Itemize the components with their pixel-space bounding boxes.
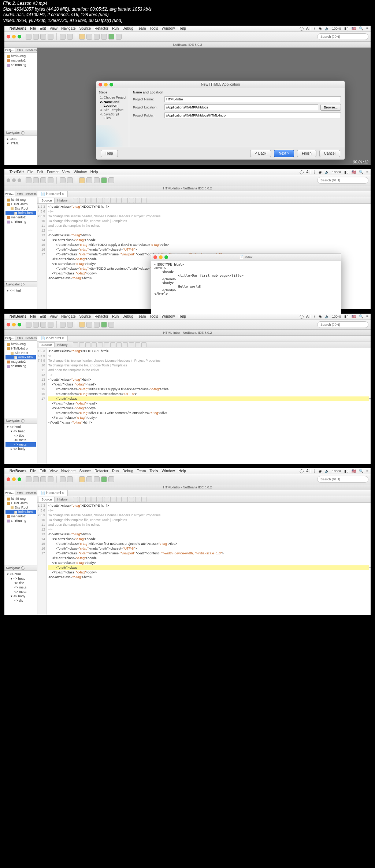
battery-icon[interactable]: ▮▯ — [344, 170, 349, 174]
dialog-title: New HTML5 Application — [96, 81, 345, 88]
wizard-form: Name and Location Project Name: Project … — [129, 88, 345, 147]
timestamp: 00:02:22 — [353, 304, 368, 309]
sidebar: Proj... Files Services html5-eng magento… — [4, 48, 37, 165]
tree-item[interactable]: magento2 — [5, 58, 36, 63]
clean-icon[interactable] — [101, 34, 107, 40]
flag-icon[interactable]: 🇺🇸 — [352, 26, 356, 30]
open-icon[interactable] — [40, 34, 46, 40]
wizard-steps: Steps Choose Project Name and Location S… — [96, 88, 129, 147]
undo-icon[interactable] — [60, 34, 66, 40]
new-file-icon[interactable] — [26, 34, 31, 40]
redo-icon[interactable] — [67, 34, 73, 40]
run-icon[interactable] — [108, 34, 114, 40]
project-name-input[interactable] — [164, 96, 341, 102]
screenshot-4: NetBeans FileEditViewNavigateSourceRefac… — [4, 468, 371, 615]
services-tab[interactable]: Services — [25, 48, 37, 52]
build-icon[interactable] — [94, 34, 100, 40]
mac-menubar: NetBeans File Edit View Navigate Source … — [4, 26, 371, 32]
step-item: JavaScript Files — [104, 112, 127, 120]
wifi-icon[interactable]: ◉ — [319, 170, 322, 174]
nav-item[interactable]: ▸ CSS — [5, 137, 36, 141]
ide-search[interactable] — [317, 177, 368, 184]
screenshot-2: TextEdit File Edit Format View Window He… — [4, 169, 371, 309]
menu-icon[interactable]: ≡ — [366, 170, 368, 174]
media-info: File: 2. Lesson #3.mp4 Size: 46341857 by… — [0, 0, 375, 24]
zoom-icon[interactable] — [18, 35, 21, 38]
new-project-icon[interactable] — [33, 34, 39, 40]
nav-item[interactable]: ▾ HTML — [5, 141, 36, 145]
window-controls — [7, 35, 21, 38]
bluetooth-icon[interactable]: ᛒ — [313, 170, 316, 174]
source-tab[interactable]: Source — [39, 198, 55, 203]
editor-area: 📄 index.html × Source History 1 2 3 4 5 … — [37, 191, 371, 309]
ide-title: NetBeans IDE 8.0.2 — [4, 42, 371, 48]
browse-button[interactable]: Browse... — [320, 104, 341, 111]
help-button[interactable]: Help — [101, 150, 118, 157]
tree-item[interactable]: shirttuning — [5, 63, 36, 67]
tree-item-selected[interactable]: index.html — [5, 211, 36, 215]
adobe-icon[interactable]: ◯ | A | — [300, 26, 311, 30]
battery-icon[interactable]: ▮▯ — [344, 26, 349, 30]
spotlight-icon[interactable]: 🔍 — [359, 26, 363, 30]
save-icon[interactable] — [48, 34, 53, 40]
speaker-icon[interactable]: 🔈 — [325, 26, 329, 30]
editor-area: New HTML5 Application Steps Choose Proje… — [37, 48, 371, 165]
battery-status[interactable]: 100 % — [332, 27, 342, 30]
app-name[interactable]: NetBeans — [10, 26, 26, 30]
project-location-label: Project Location: — [133, 106, 162, 109]
cancel-button[interactable]: Cancel — [319, 150, 340, 157]
adobe-icon[interactable]: ◯ | A | — [300, 170, 311, 174]
minimize-icon[interactable] — [12, 35, 16, 38]
back-button[interactable]: < Back — [250, 150, 271, 157]
project-folder-label: Project Folder: — [133, 114, 162, 117]
config-icon[interactable] — [86, 34, 92, 40]
files-tab[interactable]: Files — [15, 48, 26, 52]
mac-menubar: TextEdit File Edit Format View Window He… — [4, 169, 371, 175]
timestamp: 00:01:12 — [353, 160, 368, 164]
browser-icon[interactable] — [79, 34, 85, 40]
step-item: Choose Project — [104, 96, 127, 99]
project-folder-input[interactable] — [164, 112, 341, 118]
step-item: Name and Location — [104, 100, 127, 107]
tree-item[interactable]: html5-eng — [5, 54, 36, 58]
close-icon[interactable] — [99, 83, 102, 86]
navigator-header[interactable]: Navigator ◯ — [4, 130, 37, 136]
file-tab[interactable]: 📄 index.html × — [37, 191, 68, 197]
spotlight-icon[interactable]: 🔍 — [359, 170, 363, 174]
step-item: Site Template — [104, 108, 127, 112]
ide-toolbar — [4, 32, 371, 42]
next-button[interactable]: Next > — [274, 150, 294, 157]
history-tab[interactable]: History — [55, 198, 70, 203]
new-project-dialog: New HTML5 Application Steps Choose Proje… — [96, 81, 345, 160]
bluetooth-icon[interactable]: ᛒ — [313, 26, 316, 30]
textedit-window: 📄 index <!DOCTYPE html> <html> <head> <t… — [151, 254, 341, 316]
projects-tab[interactable]: Proj... — [4, 48, 15, 52]
ide-title: HTML-Intro - NetBeans IDE 8.0.2 — [4, 185, 371, 191]
battery-status[interactable]: 100 % — [332, 170, 342, 174]
speaker-icon[interactable]: 🔈 — [325, 170, 329, 174]
app-name[interactable]: TextEdit — [10, 170, 24, 174]
flag-icon[interactable]: 🇺🇸 — [352, 170, 356, 174]
project-name-label: Project Name: — [133, 97, 162, 101]
menu-icon[interactable]: ≡ — [366, 26, 368, 30]
minimize-icon[interactable] — [104, 83, 108, 86]
screenshot-1: NetBeans File Edit View Navigate Source … — [4, 26, 371, 165]
textedit-content[interactable]: <!DOCTYPE html> <html> <head> <title>Our… — [151, 261, 341, 298]
debug-icon[interactable] — [116, 34, 122, 40]
ide-search[interactable] — [317, 33, 368, 40]
wifi-icon[interactable]: ◉ — [319, 26, 322, 30]
close-icon[interactable] — [7, 35, 10, 38]
finish-button[interactable]: Finish — [297, 150, 316, 157]
zoom-icon[interactable] — [109, 83, 113, 86]
project-location-input[interactable] — [164, 104, 318, 110]
screenshot-3: NetBeans FileEditViewNavigateSourceRefac… — [4, 314, 371, 464]
